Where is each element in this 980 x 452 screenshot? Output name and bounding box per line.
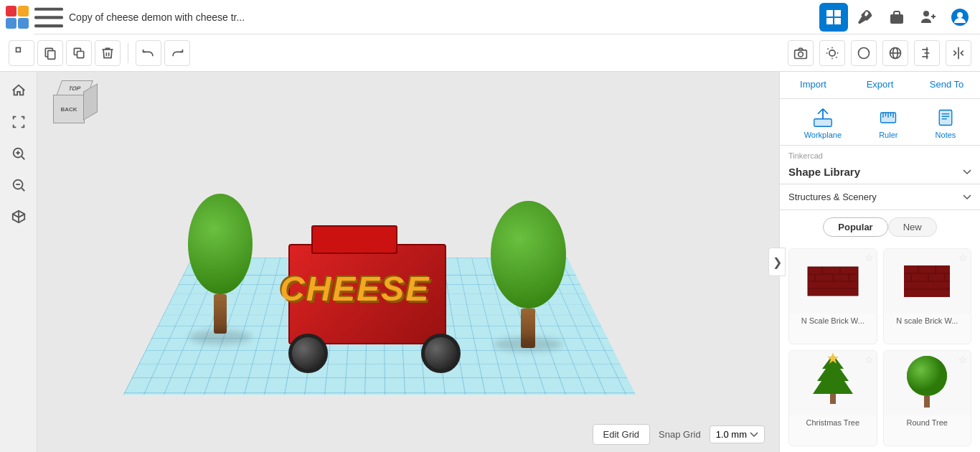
wheel-front-right [421,334,461,373]
cube-front-face: BACK [53,95,85,123]
shape-label-christmas-tree: Christmas Tree [789,415,877,430]
topbar-right-icons [819,3,974,32]
shape-tabs: Popular New [780,210,980,243]
svg-rect-6 [834,18,841,24]
edit-grid-button[interactable]: Edit Grid [593,424,651,445]
svg-point-8 [923,11,929,17]
wheel-front-left [288,334,328,373]
import-button[interactable]: Import [780,72,847,98]
tree-left [181,194,260,337]
ruler-icon[interactable]: Ruler [878,108,898,139]
svg-point-17 [798,52,804,57]
svg-rect-79 [924,396,930,408]
logo[interactable] [0,0,34,34]
send-to-button[interactable]: Send To [913,72,980,98]
shape-label-round-tree: Round Tree [884,415,971,430]
suitcase-icon[interactable] [882,3,911,32]
favorite-star-4[interactable]: ☆ [958,354,968,365]
snap-grid-select[interactable]: 1.0 mm [710,425,765,443]
svg-point-18 [829,50,835,55]
notes-icon[interactable]: Notes [936,108,956,139]
home-view-btn[interactable] [6,77,32,103]
toolbar-right [788,40,971,66]
shape-item-n-scale-brick-w1[interactable]: ☆ N Scale Brick W... [788,248,877,344]
library-dropdown-icon[interactable] [963,169,971,175]
mirror-icon[interactable] [946,40,971,66]
right-panel-top-buttons: Import Export Send To [780,72,980,99]
topbar: Copy of cheese demon with cheese tr... [0,0,980,34]
menu-icon[interactable] [34,0,63,34]
fit-view-btn[interactable] [6,109,32,135]
zoom-in-btn[interactable] [6,141,32,166]
favorite-star-3[interactable]: ☆ [864,354,874,365]
svg-rect-41 [814,119,832,127]
snap-grid-label: Snap Grid [659,429,701,440]
svg-line-36 [22,188,24,191]
svg-line-40 [19,214,24,217]
bottom-controls: Edit Grid Snap Grid 1.0 mm [593,424,765,445]
shape-library-title: Shape Library [780,163,980,184]
svg-line-44 [823,109,828,114]
category-selector[interactable]: Structures & Scenery [780,184,980,210]
tree-right [485,201,571,344]
shape-item-n-scale-brick-w2[interactable]: ☆ N scale Brick W... [883,248,972,344]
grid-view-icon[interactable] [819,3,848,32]
redo-tool[interactable] [164,40,190,66]
camera-view-icon[interactable] [788,40,814,66]
separator-1 [128,43,128,63]
undo-tool[interactable] [136,40,161,66]
duplicate-tool[interactable] [66,40,92,66]
favorite-star-1[interactable]: ☆ [864,252,874,263]
svg-rect-4 [834,10,841,17]
car-top [311,225,397,254]
svg-rect-0 [34,7,63,10]
shape-item-christmas-tree[interactable]: ☆ Christmas Tree [788,350,877,446]
viewport[interactable]: TOP BACK [37,72,779,452]
select-tool[interactable] [9,40,34,66]
shape-thumbnail-christmas-tree [789,351,877,415]
cheese-car: CHEESE [267,230,468,373]
shape-outline-icon[interactable] [851,40,877,66]
add-user-icon[interactable] [914,3,943,32]
svg-rect-76 [830,394,836,404]
shape-thumbnail-brick2 [884,249,971,314]
svg-point-10 [957,12,963,18]
svg-rect-15 [77,51,84,57]
main-area: TOP BACK [0,72,980,452]
light-icon[interactable] [819,40,845,66]
zoom-out-btn[interactable] [6,172,32,198]
svg-rect-7 [890,14,903,24]
svg-line-22 [836,57,837,57]
left-sidebar [0,72,37,452]
pickaxe-icon[interactable] [851,3,880,32]
right-panel-icons: Workplane Ruler [780,99,980,146]
collapse-panel-arrow[interactable]: ❯ [768,248,786,276]
shape-thumbnail-round-tree [884,351,971,415]
export-button[interactable]: Export [847,72,913,98]
svg-rect-5 [826,18,833,24]
copy-tool[interactable] [37,40,63,66]
shape-thumbnail-brick1 [789,249,877,314]
workplane-icon[interactable]: Workplane [804,108,842,139]
svg-line-21 [828,48,829,49]
view-cube-nav[interactable]: TOP BACK [52,80,102,138]
view-toggle-icon[interactable] [882,40,908,66]
shape-item-round-tree[interactable]: ☆ Round Tree [883,350,972,446]
project-title: Copy of cheese demon with cheese tr... [63,11,819,23]
category-dropdown-icon [963,194,971,200]
favorite-star-2[interactable]: ☆ [958,252,968,263]
align-icon[interactable] [914,40,940,66]
svg-rect-51 [939,110,952,126]
new-tab[interactable]: New [888,217,937,237]
view-cube-btn[interactable] [6,204,32,230]
shape-label-brick2: N scale Brick W... [884,314,971,328]
svg-point-25 [859,47,870,58]
cheese-text-label: CHEESE [280,269,430,309]
popular-tab[interactable]: Popular [823,217,887,237]
shape-grid: ☆ N Scale Brick W... [780,243,980,452]
svg-rect-1 [34,16,63,19]
delete-tool[interactable] [95,40,121,66]
user-avatar-icon[interactable] [946,3,974,32]
svg-rect-2 [34,24,63,27]
shape-label-brick1: N Scale Brick W... [789,314,877,328]
